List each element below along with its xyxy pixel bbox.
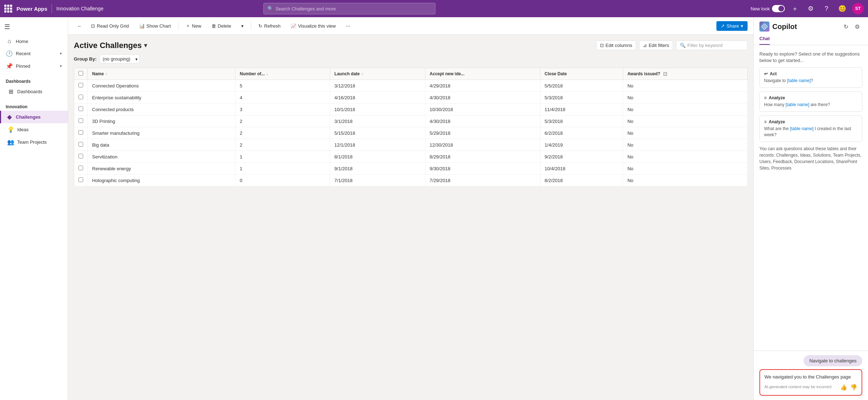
- app-name[interactable]: Power Apps: [16, 6, 47, 12]
- share-icon: ↗: [721, 23, 725, 29]
- share-button[interactable]: ↗ Share ▾: [716, 21, 748, 31]
- edit-filters-button[interactable]: ⊿ Edit filters: [639, 41, 673, 50]
- row-close-3: 5/3/2018: [540, 115, 623, 127]
- avatar[interactable]: ST: [852, 3, 864, 14]
- analyze-1-table-link[interactable]: [table name]: [786, 102, 809, 107]
- feedback-icon[interactable]: 😊: [836, 3, 848, 14]
- copilot-settings-btn[interactable]: ⚙: [852, 22, 862, 32]
- analyze-2-table-link[interactable]: [table name]: [790, 126, 814, 131]
- refresh-icon: ↻: [258, 23, 262, 29]
- row-name-1[interactable]: Enterprise sustainability: [88, 92, 235, 104]
- row-name-2[interactable]: Connected products: [88, 104, 235, 115]
- edit-columns-button[interactable]: ⊡ Edit columns: [596, 41, 636, 50]
- row-checkbox-7[interactable]: [74, 163, 88, 175]
- row-checkbox-1[interactable]: [74, 92, 88, 104]
- new-button[interactable]: ＋ New: [181, 20, 206, 31]
- col-header-awards[interactable]: Awards issued? ⊡: [623, 68, 747, 80]
- pin-icon: ⊡: [663, 71, 667, 77]
- row-name-7[interactable]: Renewable energy: [88, 163, 235, 175]
- copilot-response-text: We navigated you to the Challenges page: [764, 374, 857, 380]
- row-name-8[interactable]: Holographic computing: [88, 175, 235, 186]
- search-input[interactable]: [276, 6, 431, 11]
- hamburger-btn[interactable]: ☰: [0, 20, 68, 34]
- filter-by-keyword[interactable]: 🔍 Filter by keyword: [676, 41, 748, 50]
- sidebar-item-recent-label: Recent: [16, 51, 30, 56]
- visualize-button[interactable]: 📈 Visualize this view: [286, 21, 340, 31]
- row-awards-6: No: [623, 151, 747, 163]
- col-header-close[interactable]: Close Date: [540, 68, 623, 80]
- analyze-1-icon: ≡: [764, 95, 767, 100]
- act-icon: ↩: [764, 71, 768, 76]
- row-name-3[interactable]: 3D Printing: [88, 115, 235, 127]
- more-button[interactable]: ⋯: [342, 21, 355, 31]
- tab-chat[interactable]: Chat: [759, 34, 770, 45]
- sidebar-item-dashboards[interactable]: ⊞ Dashboards: [0, 85, 68, 98]
- row-number-1: 4: [235, 92, 330, 104]
- row-checkbox-3[interactable]: [74, 115, 88, 127]
- apps-icon[interactable]: [4, 5, 12, 13]
- back-button[interactable]: ←: [74, 20, 85, 32]
- number-sort-icon: ↓: [266, 72, 268, 76]
- new-look-switch[interactable]: [772, 5, 785, 12]
- col-header-name[interactable]: Name ↑: [88, 68, 235, 80]
- sidebar-item-pinned[interactable]: 📌 Pinned ▾: [0, 60, 68, 72]
- row-checkbox-0[interactable]: [74, 80, 88, 92]
- select-all-checkbox[interactable]: [78, 71, 83, 76]
- group-by-select[interactable]: (no grouping): [100, 54, 140, 63]
- more-icon: ⋯: [346, 23, 350, 29]
- col-header-accept[interactable]: Accept new ide...: [425, 68, 540, 80]
- row-name-5[interactable]: Big data: [88, 139, 235, 151]
- chart-icon: 📊: [139, 23, 145, 29]
- row-launch-2: 10/1/2018: [330, 104, 425, 115]
- copilot-suggestion-analyze-2[interactable]: ≡ Analyze What are the [table name] I cr…: [759, 115, 862, 142]
- row-checkbox-2[interactable]: [74, 104, 88, 115]
- thumbs-down-btn[interactable]: 👎: [850, 384, 857, 391]
- home-icon: ⌂: [6, 38, 13, 44]
- row-checkbox-8[interactable]: [74, 175, 88, 186]
- row-checkbox-4[interactable]: [74, 127, 88, 139]
- sidebar-item-recent[interactable]: 🕐 Recent ▾: [0, 47, 68, 60]
- sidebar-item-team-projects[interactable]: 👥 Team Projects: [0, 136, 68, 148]
- copilot-refresh-btn[interactable]: ↻: [841, 22, 851, 32]
- read-only-grid-button[interactable]: ⊡ Read Only Grid: [87, 21, 133, 31]
- row-name-6[interactable]: Servitization: [88, 151, 235, 163]
- toolbar-divider-2: [251, 22, 251, 30]
- grid-title-dropdown[interactable]: ▾: [144, 42, 147, 49]
- topbar-right: New look ＋ ⚙ ? 😊 ST: [751, 3, 864, 14]
- settings-icon[interactable]: ⚙: [805, 3, 816, 14]
- delete-dropdown-button[interactable]: ▾: [237, 21, 248, 31]
- row-name-4[interactable]: Smarter manufacturing: [88, 127, 235, 139]
- show-chart-button[interactable]: 📊 Show Chart: [135, 21, 175, 31]
- col-header-launch[interactable]: Launch date ↑: [330, 68, 425, 80]
- add-icon-btn[interactable]: ＋: [789, 3, 801, 14]
- row-launch-8: 7/1/2018: [330, 175, 425, 186]
- col-header-number[interactable]: Number of... ↓: [235, 68, 330, 80]
- row-name-0[interactable]: Connected Operations: [88, 80, 235, 92]
- sidebar: ☰ ⌂ Home 🕐 Recent ▾ 📌 Pinned ▾ Dashboard…: [0, 17, 68, 400]
- row-accept-6: 8/29/2018: [425, 151, 540, 163]
- row-checkbox-6[interactable]: [74, 151, 88, 163]
- grid-icon: ⊡: [91, 23, 95, 29]
- row-close-5: 1/4/2019: [540, 139, 623, 151]
- sidebar-item-ideas[interactable]: 💡 Ideas: [0, 123, 68, 136]
- visualize-icon: 📈: [291, 23, 296, 29]
- table-row: Smarter manufacturing 2 5/15/2018 5/29/2…: [74, 127, 748, 139]
- copilot-suggestion-act-text: Navigate to [table name]?: [764, 78, 858, 84]
- copilot-info: You can ask questions about these tables…: [759, 146, 862, 171]
- search-bar[interactable]: 🔍: [263, 3, 435, 14]
- sidebar-item-home[interactable]: ⌂ Home: [0, 35, 68, 47]
- act-table-link[interactable]: [table name]: [787, 78, 811, 83]
- thumbs-up-btn[interactable]: 👍: [840, 384, 847, 391]
- delete-button[interactable]: 🗑 Delete: [207, 21, 236, 31]
- row-close-7: 10/4/2018: [540, 163, 623, 175]
- row-checkbox-5[interactable]: [74, 139, 88, 151]
- copilot-suggestion-act[interactable]: ↩ Act Navigate to [table name]?: [759, 67, 862, 88]
- sidebar-item-challenges[interactable]: ◆ Challenges: [0, 111, 68, 123]
- sidebar-item-ideas-label: Ideas: [17, 127, 29, 132]
- checkbox-header[interactable]: [74, 68, 88, 80]
- row-number-6: 1: [235, 151, 330, 163]
- copilot-suggestion-analyze-1[interactable]: ≡ Analyze How many [table name] are ther…: [759, 91, 862, 112]
- grid-header: Active Challenges ▾ ⊡ Edit columns ⊿ Edi…: [74, 41, 748, 50]
- help-icon[interactable]: ?: [821, 3, 832, 14]
- refresh-button[interactable]: ↻ Refresh: [254, 21, 285, 31]
